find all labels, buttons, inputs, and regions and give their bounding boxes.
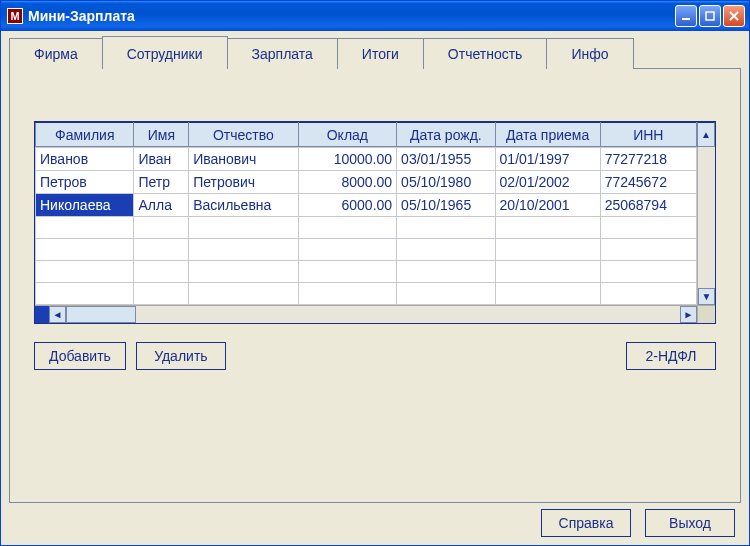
column-header[interactable]: Имя — [134, 123, 189, 147]
ndfl-button[interactable]: 2-НДФЛ — [626, 342, 716, 370]
tab-label: Зарплата — [252, 46, 313, 62]
cell[interactable]: Петрович — [189, 171, 298, 194]
cell[interactable] — [36, 261, 134, 283]
cell[interactable]: Васильевна — [189, 194, 298, 217]
cell[interactable]: Иванов — [36, 148, 134, 171]
hscroll-track[interactable] — [136, 306, 680, 323]
maximize-button[interactable] — [699, 5, 721, 27]
cell[interactable] — [134, 239, 189, 261]
cell[interactable] — [397, 217, 495, 239]
cell[interactable]: 25068794 — [600, 194, 696, 217]
tab-strip: ФирмаСотрудникиЗарплатаИтогиОтчетностьИн… — [9, 38, 741, 69]
cell[interactable] — [298, 261, 396, 283]
cell[interactable] — [189, 217, 298, 239]
cell[interactable]: 03/01/1955 — [397, 148, 495, 171]
cell[interactable] — [189, 283, 298, 305]
table-row[interactable] — [36, 217, 697, 239]
tab-1[interactable]: Сотрудники — [102, 36, 228, 69]
cell[interactable] — [134, 283, 189, 305]
cell[interactable]: 05/10/1980 — [397, 171, 495, 194]
maximize-icon — [705, 11, 715, 21]
table-row[interactable]: ИвановИванИванович10000.0003/01/195501/0… — [36, 148, 697, 171]
row-indicator — [35, 306, 49, 323]
cell[interactable] — [600, 283, 696, 305]
table-row[interactable] — [36, 283, 697, 305]
cell[interactable]: 6000.00 — [298, 194, 396, 217]
add-button[interactable]: Добавить — [34, 342, 126, 370]
vertical-scrollbar[interactable]: ▼ — [697, 147, 715, 305]
cell[interactable] — [189, 239, 298, 261]
column-header[interactable]: Оклад — [298, 123, 396, 147]
cell[interactable] — [600, 217, 696, 239]
cell[interactable]: 01/01/1997 — [495, 148, 600, 171]
cell[interactable]: 77277218 — [600, 148, 696, 171]
cell[interactable] — [397, 261, 495, 283]
cell[interactable]: Иванович — [189, 148, 298, 171]
tab-label: Сотрудники — [127, 46, 203, 62]
delete-button[interactable]: Удалить — [136, 342, 226, 370]
cell[interactable] — [36, 217, 134, 239]
cell[interactable] — [189, 261, 298, 283]
tab-label: Инфо — [571, 46, 608, 62]
tab-2[interactable]: Зарплата — [227, 38, 338, 69]
tab-4[interactable]: Отчетность — [423, 38, 548, 69]
cell[interactable] — [600, 239, 696, 261]
close-button[interactable] — [723, 5, 745, 27]
cell[interactable] — [298, 283, 396, 305]
cell[interactable] — [397, 239, 495, 261]
cell[interactable]: Алла — [134, 194, 189, 217]
tab-5[interactable]: Инфо — [546, 38, 633, 69]
cell[interactable] — [134, 261, 189, 283]
column-header[interactable]: Отчество — [189, 123, 298, 147]
scroll-up-button[interactable]: ▲ — [697, 122, 715, 147]
cell[interactable]: Петров — [36, 171, 134, 194]
cell[interactable] — [397, 283, 495, 305]
cell[interactable]: 77245672 — [600, 171, 696, 194]
scroll-left-button[interactable]: ◄ — [49, 306, 66, 323]
help-button[interactable]: Справка — [541, 509, 631, 537]
cell[interactable]: 02/01/2002 — [495, 171, 600, 194]
exit-button[interactable]: Выход — [645, 509, 735, 537]
cell[interactable] — [600, 261, 696, 283]
tab-3[interactable]: Итоги — [337, 38, 424, 69]
employee-grid[interactable]: ФамилияИмяОтчествоОкладДата рожд.Дата пр… — [34, 121, 716, 324]
scroll-corner — [697, 306, 715, 323]
minimize-icon — [681, 11, 691, 21]
column-header[interactable]: Дата приема — [495, 123, 600, 147]
scroll-down-button[interactable]: ▼ — [698, 288, 715, 305]
cell[interactable]: 20/10/2001 — [495, 194, 600, 217]
app-window: M Мини-Зарплата ФирмаСотрудникиЗарплатаИ… — [0, 0, 750, 546]
table-row[interactable]: ПетровПетрПетрович8000.0005/10/198002/01… — [36, 171, 697, 194]
table-row[interactable] — [36, 239, 697, 261]
minimize-button[interactable] — [675, 5, 697, 27]
table-row[interactable] — [36, 261, 697, 283]
window-title: Мини-Зарплата — [28, 8, 675, 24]
horizontal-scrollbar[interactable]: ◄ ► — [35, 305, 715, 323]
cell[interactable] — [134, 217, 189, 239]
cell[interactable] — [495, 239, 600, 261]
cell[interactable] — [298, 239, 396, 261]
scroll-right-button[interactable]: ► — [680, 306, 697, 323]
titlebar[interactable]: M Мини-Зарплата — [1, 1, 749, 31]
cell[interactable]: Николаева — [36, 194, 134, 217]
cell[interactable]: Петр — [134, 171, 189, 194]
column-header[interactable]: Дата рожд. — [397, 123, 495, 147]
cell[interactable] — [495, 217, 600, 239]
svg-rect-0 — [682, 18, 690, 20]
table-row[interactable]: НиколаеваАллаВасильевна6000.0005/10/1965… — [36, 194, 697, 217]
cell[interactable] — [36, 283, 134, 305]
hscroll-thumb[interactable] — [66, 306, 136, 323]
cell[interactable] — [495, 283, 600, 305]
cell[interactable] — [36, 239, 134, 261]
column-header[interactable]: Фамилия — [36, 123, 134, 147]
app-icon: M — [7, 8, 23, 24]
cell[interactable]: 05/10/1965 — [397, 194, 495, 217]
cell[interactable]: 10000.00 — [298, 148, 396, 171]
tab-label: Фирма — [34, 46, 78, 62]
cell[interactable] — [298, 217, 396, 239]
cell[interactable]: 8000.00 — [298, 171, 396, 194]
column-header[interactable]: ИНН — [600, 123, 696, 147]
cell[interactable] — [495, 261, 600, 283]
tab-0[interactable]: Фирма — [9, 38, 103, 69]
cell[interactable]: Иван — [134, 148, 189, 171]
